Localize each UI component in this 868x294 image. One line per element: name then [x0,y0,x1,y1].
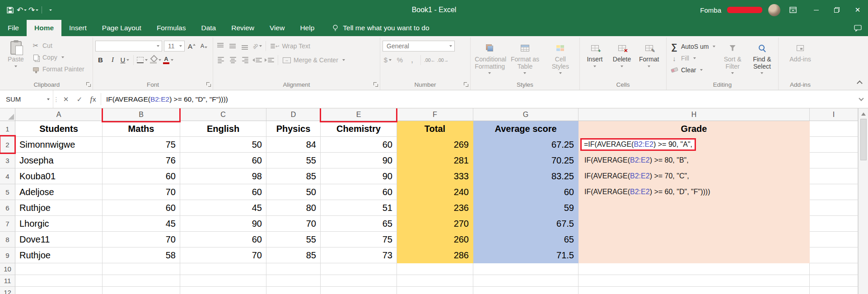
cell-H5[interactable]: IF(AVERAGE(B2:E2) >= 60, "D", "F")))) [579,184,810,200]
cell-D12[interactable] [266,287,321,294]
cell-E7[interactable]: 65 [321,216,397,232]
cell-I7[interactable] [810,216,858,232]
cell-G7[interactable]: 67.5 [473,216,579,232]
row-header-5[interactable]: 5 [0,184,15,200]
row-header-9[interactable]: 9 [0,247,15,263]
cell-B11[interactable] [103,275,180,287]
comments-icon[interactable] [848,20,868,36]
cell-B5[interactable]: 70 [103,184,180,200]
conditional-formatting-button[interactable]: Conditional Formatting [473,39,506,75]
cell-G8[interactable]: 65 [473,232,579,247]
tab-view[interactable]: View [262,20,292,36]
cell-H3[interactable]: IF(AVERAGE(B2:E2) >= 80, "B", [579,153,810,168]
comma-style-button[interactable]: , [407,55,417,65]
minimize-button[interactable] [806,0,826,20]
cell-D10[interactable] [266,263,321,275]
cell-I2[interactable] [810,137,858,153]
row-header-7[interactable]: 7 [0,216,15,232]
borders-button[interactable] [137,55,148,65]
scrollbar-thumb[interactable] [860,119,867,160]
align-center-button[interactable] [228,55,238,65]
scroll-up-icon[interactable] [861,112,866,116]
row-header-12[interactable]: 12 [0,287,15,294]
align-middle-button[interactable] [228,41,238,51]
merge-center-button[interactable]: ↔Merge & Center [281,55,346,65]
cell-D1[interactable]: Physics [266,121,321,137]
tab-file[interactable]: File [0,20,27,36]
cell-E2[interactable]: 60 [321,137,397,153]
cell-B4[interactable]: 60 [103,168,180,184]
cell-C5[interactable]: 60 [180,184,266,200]
cell-F7[interactable]: 270 [397,216,473,232]
cell-E8[interactable]: 75 [321,232,397,247]
cell-B8[interactable]: 70 [103,232,180,247]
font-name-combo[interactable] [95,41,162,51]
cell-B1[interactable]: Maths [103,121,180,137]
cell-B10[interactable] [103,263,180,275]
cell-A4[interactable]: Kouba01 [15,168,103,184]
font-dialog-launcher[interactable] [206,82,211,87]
cell-I12[interactable] [810,287,858,294]
row-header-11[interactable]: 11 [0,275,15,287]
fill-color-button[interactable] [149,55,161,65]
cell-G3[interactable]: 70.25 [473,153,579,168]
row-header-10[interactable]: 10 [0,263,15,275]
paste-button[interactable]: Paste [3,39,28,68]
cell-E11[interactable] [321,275,397,287]
cell-I5[interactable] [810,184,858,200]
name-box[interactable]: SUM [0,90,53,108]
cell-H7[interactable] [579,216,810,232]
cell-E4[interactable]: 90 [321,168,397,184]
cell-D9[interactable]: 85 [266,247,321,263]
cell-D4[interactable]: 85 [266,168,321,184]
restore-button[interactable] [826,0,847,20]
row-header-6[interactable]: 6 [0,200,15,216]
cell-A3[interactable]: Josepha [15,153,103,168]
cell-E10[interactable] [321,263,397,275]
undo-button[interactable]: ↶ [16,4,27,16]
cell-F10[interactable] [397,263,473,275]
cell-I8[interactable] [810,232,858,247]
cell-B3[interactable]: 76 [103,153,180,168]
cell-A6[interactable]: Ruthjoe [15,200,103,216]
cell-H9[interactable] [579,247,810,263]
cell-D7[interactable]: 70 [266,216,321,232]
increase-indent-button[interactable] [264,55,275,65]
column-header-G[interactable]: G [473,108,579,121]
cell-G10[interactable] [473,263,579,275]
tab-help[interactable]: Help [292,20,322,36]
cell-H10[interactable] [579,263,810,275]
column-header-H[interactable]: H [579,108,810,121]
cell-I3[interactable] [810,153,858,168]
cell-I4[interactable] [810,168,858,184]
row-header-1[interactable]: 1 [0,121,15,137]
number-format-combo[interactable]: General [383,41,455,51]
tab-review[interactable]: Review [224,20,262,36]
cell-H12[interactable] [579,287,810,294]
cell-F3[interactable]: 281 [397,153,473,168]
cell-F4[interactable]: 333 [397,168,473,184]
decrease-decimal-button[interactable]: .00→ [437,55,448,65]
cell-B12[interactable] [103,287,180,294]
cell-G1[interactable]: Average score [473,121,579,137]
cell-G5[interactable]: 60 [473,184,579,200]
cell-F12[interactable] [397,287,473,294]
cell-B2[interactable]: 75 [103,137,180,153]
cell-C1[interactable]: English [180,121,266,137]
cell-C2[interactable]: 50 [180,137,266,153]
column-header-B[interactable]: B [103,108,180,121]
cell-F5[interactable]: 240 [397,184,473,200]
insert-cells-button[interactable]: + Insert [582,39,607,68]
column-header-E[interactable]: E [321,108,397,121]
cell-F2[interactable]: 269 [397,137,473,153]
close-button[interactable]: ✕ [847,0,868,20]
cell-A11[interactable] [15,275,103,287]
cell-E3[interactable]: 90 [321,153,397,168]
cell-G12[interactable] [473,287,579,294]
font-size-combo[interactable]: 11 [164,41,185,51]
addins-button[interactable]: Add-ins [787,39,813,64]
vertical-scrollbar[interactable] [858,108,868,294]
cell-H4[interactable]: IF(AVERAGE(B2:E2) >= 70, "C", [579,168,810,184]
cancel-icon[interactable]: ✕ [59,90,73,108]
cell-H2[interactable]: =IF(AVERAGE(B2:E2) >= 90, "A", [579,137,810,153]
